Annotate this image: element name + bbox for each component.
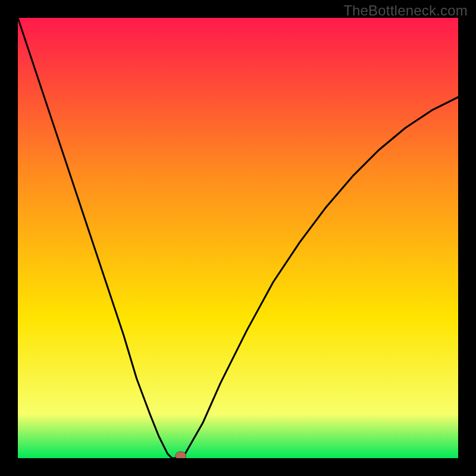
chart-frame: TheBottleneck.com xyxy=(0,0,476,476)
plot-svg xyxy=(18,18,458,458)
optimal-marker xyxy=(176,452,186,458)
watermark-text: TheBottleneck.com xyxy=(343,2,468,19)
gradient-background xyxy=(18,18,458,458)
plot-area xyxy=(18,18,458,458)
optimal-marker-dot xyxy=(176,452,186,458)
